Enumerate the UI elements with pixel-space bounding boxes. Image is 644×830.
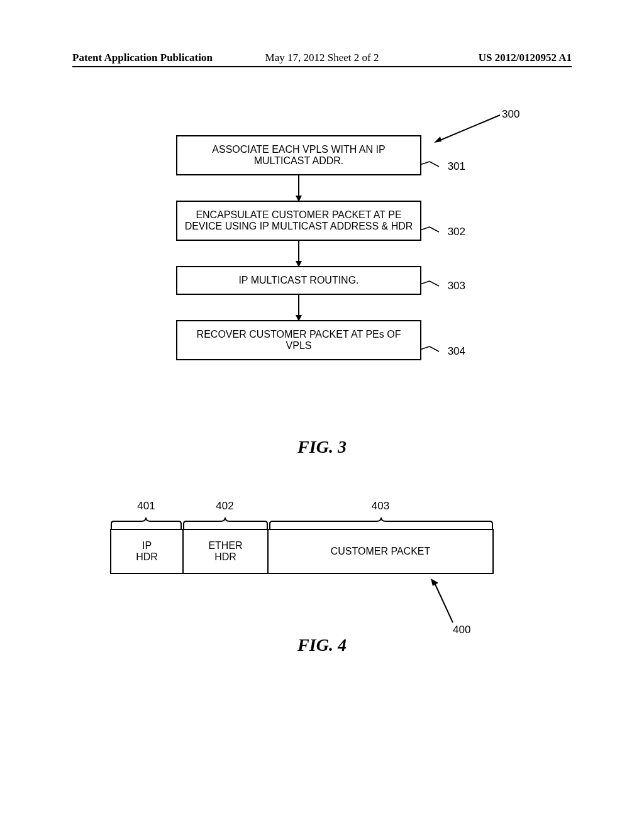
ref-label-300: 300 — [502, 108, 519, 121]
flowchart-container: ASSOCIATE EACH VPLS WITH AN IP MULTICAST… — [176, 135, 421, 360]
ref-label-302: 302 — [448, 226, 465, 238]
packet-cell-ip-hdr: IP HDR — [111, 530, 184, 573]
packet-diagram: 401 402 403 IP HDR ETHER HDR CUSTOMER PA… — [110, 500, 494, 574]
flow-box-303-text: IP MULTICAST ROUTING. — [238, 275, 358, 285]
svg-line-5 — [430, 227, 439, 232]
page-header: Patent Application Publication May 17, 2… — [0, 52, 644, 64]
svg-line-2 — [420, 162, 430, 165]
flow-arrow-3 — [298, 295, 299, 320]
ref-label-403: 403 — [267, 500, 494, 512]
ip-hdr-line1: IP — [142, 540, 152, 551]
packet-structure: IP HDR ETHER HDR CUSTOMER PACKET — [110, 529, 494, 574]
flow-box-304-text: RECOVER CUSTOMER PACKET AT PEs OF VPLS — [197, 329, 401, 351]
flow-arrow-1 — [298, 175, 299, 201]
figure-4-label: FIG. 4 — [0, 635, 644, 655]
flow-arrow-2 — [298, 241, 299, 266]
svg-marker-11 — [431, 578, 438, 586]
svg-line-10 — [434, 582, 453, 622]
flow-box-302-text: ENCAPSULATE CUSTOMER PACKET AT PE DEVICE… — [185, 209, 413, 231]
customer-packet-text: CUSTOMER PACKET — [331, 546, 431, 557]
ref-label-401: 401 — [110, 500, 182, 512]
flow-box-301-text: ASSOCIATE EACH VPLS WITH AN IP MULTICAST… — [212, 144, 385, 166]
ref-tick-301 — [420, 158, 445, 171]
ether-hdr-line1: ETHER — [208, 540, 242, 551]
ref-label-304: 304 — [448, 345, 465, 358]
svg-line-9 — [430, 346, 439, 351]
svg-line-6 — [420, 281, 430, 284]
ref-label-400: 400 — [453, 624, 470, 636]
header-left: Patent Application Publication — [72, 52, 213, 64]
ref-tick-304 — [420, 343, 445, 356]
svg-line-8 — [420, 346, 430, 350]
packet-cell-customer: CUSTOMER PACKET — [269, 530, 492, 573]
svg-line-7 — [430, 281, 439, 286]
brackets-svg — [110, 515, 494, 530]
bracket-row — [110, 515, 494, 529]
packet-ref-labels: 401 402 403 — [110, 500, 494, 512]
ether-hdr-line2: HDR — [214, 551, 236, 563]
header-right: US 2012/0120952 A1 — [479, 52, 572, 64]
ref-label-402: 402 — [182, 500, 267, 512]
svg-marker-1 — [434, 136, 441, 143]
svg-line-3 — [430, 162, 439, 167]
ref-label-303: 303 — [448, 280, 465, 292]
flow-box-303: IP MULTICAST ROUTING. 303 — [176, 266, 421, 295]
packet-cell-ether-hdr: ETHER HDR — [184, 530, 269, 573]
header-divider — [72, 66, 572, 67]
header-center: May 17, 2012 Sheet 2 of 2 — [265, 52, 379, 64]
ref-label-301: 301 — [448, 160, 465, 173]
ref-tick-303 — [420, 278, 445, 290]
ref-tick-302 — [420, 224, 445, 236]
flow-box-301: ASSOCIATE EACH VPLS WITH AN IP MULTICAST… — [176, 135, 421, 175]
flow-box-304: RECOVER CUSTOMER PACKET AT PEs OF VPLS 3… — [176, 320, 421, 360]
flow-box-302: ENCAPSULATE CUSTOMER PACKET AT PE DEVICE… — [176, 201, 421, 241]
figure-3-label: FIG. 3 — [0, 437, 644, 457]
ip-hdr-line2: HDR — [136, 551, 158, 563]
svg-line-4 — [420, 227, 430, 230]
svg-line-0 — [437, 115, 500, 141]
